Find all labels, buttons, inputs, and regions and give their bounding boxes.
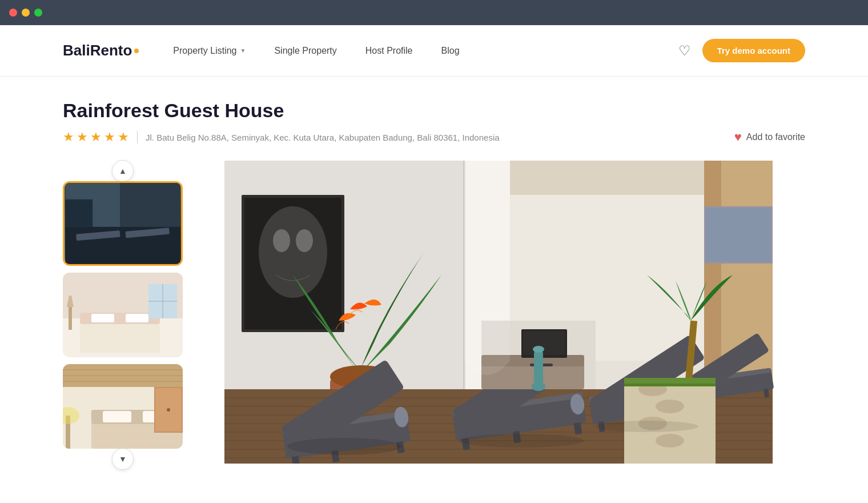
thumbnail-column: ▲ <box>63 161 183 464</box>
thumbnail-image-1 <box>65 183 181 264</box>
rating-divider <box>137 131 138 143</box>
maximize-button[interactable] <box>34 9 42 17</box>
svg-rect-12 <box>126 314 148 322</box>
main-scene-svg <box>192 161 805 464</box>
thumbnail-2[interactable] <box>63 273 183 357</box>
svg-rect-16 <box>69 307 72 330</box>
try-demo-button[interactable]: Try demo account <box>702 39 805 62</box>
logo-dot <box>134 49 139 53</box>
star-2: ★ <box>77 130 88 145</box>
logo[interactable]: BaliRento <box>63 42 139 59</box>
svg-rect-6 <box>65 199 93 227</box>
chevron-down-icon: ▼ <box>119 454 127 464</box>
star-4: ★ <box>104 130 115 145</box>
thumbnail-down-button[interactable]: ▼ <box>112 448 134 470</box>
main-property-image <box>192 161 805 464</box>
thumb-svg-1 <box>65 183 181 264</box>
thumbnail-image-3 <box>63 364 183 449</box>
star-rating: ★ ★ ★ ★ ★ <box>63 130 129 145</box>
chevron-down-icon: ▼ <box>240 47 246 54</box>
close-button[interactable] <box>9 9 17 17</box>
nav-property-listing[interactable]: Property Listing ▼ <box>173 46 246 56</box>
rating-row: ★ ★ ★ ★ ★ Jl. Batu Belig No.88A, Seminya… <box>63 130 805 145</box>
nav-single-property[interactable]: Single Property <box>274 46 336 56</box>
page-content: Rainforest Guest House ★ ★ ★ ★ ★ Jl. Bat… <box>0 77 868 464</box>
property-gallery: ▲ <box>63 161 805 464</box>
star-3: ★ <box>90 130 102 145</box>
svg-rect-26 <box>103 411 131 422</box>
logo-text: BaliRento <box>63 42 132 59</box>
favorites-icon[interactable]: ♡ <box>678 43 691 59</box>
favorite-label: Add to favorite <box>746 132 805 142</box>
thumbnail-image-2 <box>63 273 183 357</box>
main-image-canvas <box>192 161 805 464</box>
nav-blog[interactable]: Blog <box>441 46 460 56</box>
titlebar <box>0 0 868 25</box>
thumbnail-list <box>63 181 183 449</box>
svg-point-30 <box>167 408 170 412</box>
add-to-favorite-button[interactable]: ♥ Add to favorite <box>734 130 805 145</box>
nav-host-profile[interactable]: Host Profile <box>365 46 413 56</box>
nav-right: ♡ Try demo account <box>678 39 805 62</box>
thumbnail-1[interactable] <box>63 181 183 266</box>
svg-rect-11 <box>91 314 114 322</box>
property-address: Jl. Batu Belig No.88A, Seminyak, Kec. Ku… <box>146 133 500 142</box>
thumbnail-3[interactable] <box>63 364 183 449</box>
heart-icon: ♥ <box>734 130 742 145</box>
thumbnail-up-button[interactable]: ▲ <box>112 160 134 182</box>
thumb-svg-3 <box>63 364 183 449</box>
svg-rect-5 <box>120 183 180 227</box>
thumb-nav-up: ▲ <box>63 161 183 181</box>
chevron-up-icon: ▲ <box>119 166 127 175</box>
nav-links: Property Listing ▼ Single Property Host … <box>173 46 678 56</box>
star-5: ★ <box>118 130 129 145</box>
star-1: ★ <box>63 130 74 145</box>
thumb-svg-2 <box>63 273 183 357</box>
thumb-nav-down: ▼ <box>63 449 183 469</box>
minimize-button[interactable] <box>22 9 30 17</box>
property-title: Rainforest Guest House <box>63 99 805 122</box>
navbar: BaliRento Property Listing ▼ Single Prop… <box>0 25 868 77</box>
